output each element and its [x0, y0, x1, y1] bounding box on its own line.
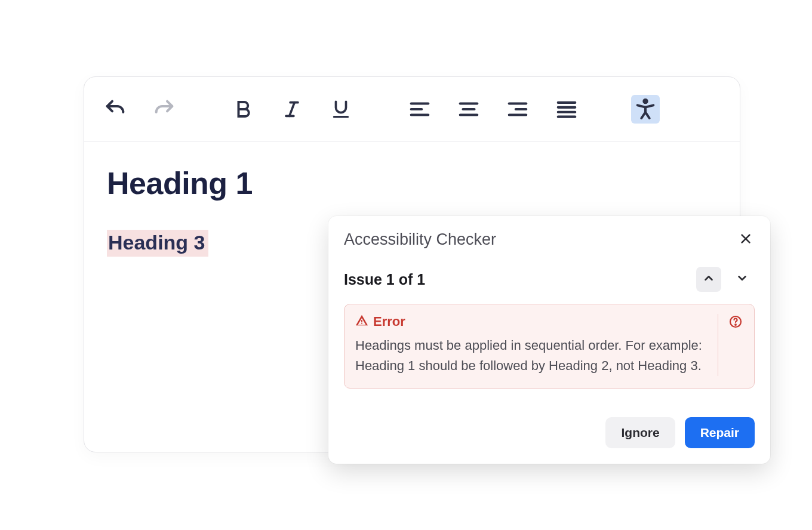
undo-icon — [103, 97, 127, 121]
align-right-icon — [506, 98, 529, 121]
svg-point-21 — [735, 324, 736, 325]
repair-button[interactable]: Repair — [685, 417, 755, 448]
error-label-text: Error — [373, 314, 405, 329]
undo-button[interactable] — [101, 95, 130, 124]
accessibility-checker-panel: Accessibility Checker Issue 1 of 1 — [328, 216, 770, 464]
close-button[interactable] — [737, 231, 755, 249]
toolbar-group-format — [229, 95, 355, 124]
svg-line-2 — [290, 102, 295, 116]
error-main: Error Headings must be applied in sequen… — [355, 314, 707, 376]
align-left-icon — [408, 98, 431, 121]
next-issue-button[interactable] — [730, 267, 755, 292]
underline-icon — [331, 99, 351, 119]
heading-3-text[interactable]: Heading 3 — [107, 230, 208, 257]
italic-button[interactable] — [278, 95, 306, 124]
bold-icon — [232, 98, 254, 120]
align-justify-button[interactable] — [552, 95, 581, 124]
ignore-button[interactable]: Ignore — [605, 417, 675, 448]
svg-point-17 — [644, 100, 647, 103]
help-circle-icon — [728, 315, 743, 331]
toolbar-group-history — [101, 95, 179, 124]
chevron-up-icon — [702, 272, 715, 287]
error-side — [718, 314, 743, 376]
warning-triangle-icon — [355, 314, 368, 329]
checker-title: Accessibility Checker — [344, 230, 496, 249]
issue-counter-label: Issue 1 of 1 — [344, 271, 425, 288]
checker-header: Accessibility Checker — [344, 230, 755, 249]
redo-button[interactable] — [150, 95, 179, 124]
heading-1-text[interactable]: Heading 1 — [107, 165, 717, 201]
align-justify-icon — [555, 98, 578, 121]
previous-issue-button[interactable] — [696, 267, 721, 292]
error-description: Headings must be applied in sequential o… — [355, 335, 707, 376]
checker-footer: Ignore Repair — [344, 417, 755, 448]
help-button[interactable] — [728, 315, 743, 331]
redo-icon — [152, 97, 176, 121]
bold-button[interactable] — [229, 95, 257, 124]
accessibility-checker-button[interactable] — [631, 95, 660, 124]
italic-icon — [282, 99, 302, 119]
chevron-down-icon — [736, 272, 749, 287]
accessibility-icon — [633, 97, 657, 121]
issue-nav-row: Issue 1 of 1 — [344, 267, 755, 292]
align-center-button[interactable] — [454, 95, 483, 124]
editor-toolbar — [84, 77, 740, 141]
error-label-row: Error — [355, 314, 707, 329]
align-left-button[interactable] — [405, 95, 434, 124]
issue-nav-buttons — [696, 267, 755, 292]
align-right-button[interactable] — [503, 95, 532, 124]
underline-button[interactable] — [327, 95, 355, 124]
close-icon — [739, 232, 752, 248]
toolbar-group-align — [405, 95, 581, 124]
align-center-icon — [457, 98, 480, 121]
toolbar-group-accessibility — [631, 95, 660, 124]
error-card: Error Headings must be applied in sequen… — [344, 304, 755, 389]
